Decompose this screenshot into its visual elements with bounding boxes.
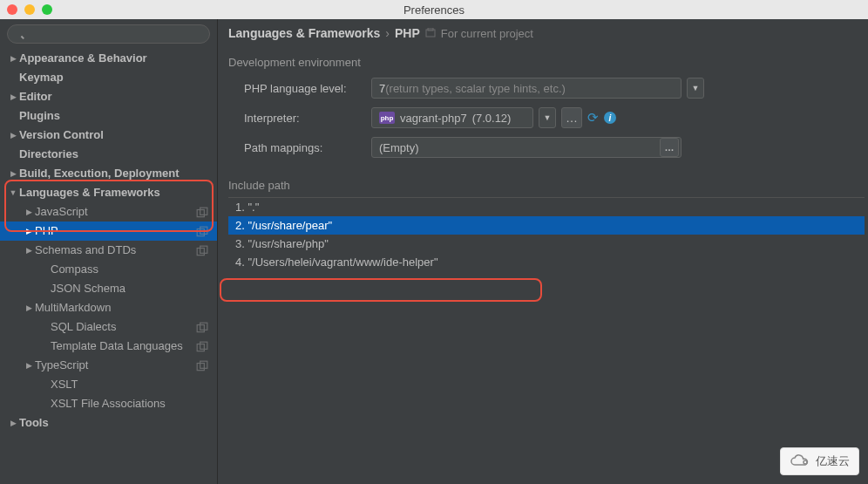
- sidebar-item-typescript[interactable]: ▶TypeScript: [0, 356, 217, 375]
- preferences-sidebar: ▶Appearance & BehaviorKeymap▶EditorPlugi…: [0, 19, 218, 484]
- sidebar-item-build-execution-deployment[interactable]: ▶Build, Execution, Deployment: [0, 164, 217, 183]
- chevron-right-icon[interactable]: ▶: [7, 89, 19, 105]
- sidebar-item-label: Plugins: [19, 108, 212, 124]
- sidebar-item-label: Schemas and DTDs: [35, 242, 196, 258]
- sidebar-item-label: XSLT: [51, 377, 212, 392]
- sidebar-item-javascript[interactable]: ▶JavaScript: [0, 202, 217, 222]
- minimize-icon[interactable]: [24, 4, 35, 15]
- breadcrumb: Languages & Frameworks › PHP For current…: [228, 26, 868, 51]
- interpreter-select[interactable]: php vagrant-php7 (7.0.12): [371, 107, 533, 128]
- sidebar-item-xslt[interactable]: XSLT: [0, 375, 217, 394]
- close-icon[interactable]: [7, 4, 17, 15]
- row-interpreter: Interpreter: php vagrant-php7 (7.0.12) ▼…: [244, 107, 868, 128]
- sidebar-item-compass[interactable]: Compass: [0, 260, 217, 279]
- sidebar-item-label: XSLT File Associations: [51, 396, 212, 412]
- chevron-right-icon[interactable]: ▶: [23, 204, 35, 220]
- sidebar-item-label: Tools: [19, 415, 212, 431]
- titlebar: Preferences: [0, 0, 868, 19]
- chevron-right-icon[interactable]: ▶: [23, 223, 35, 239]
- php-language-level-label: PHP language level:: [244, 82, 366, 95]
- include-path-item[interactable]: 2. "/usr/share/pear": [228, 216, 865, 235]
- row-php-language-level: PHP language level: 7 (return types, sca…: [244, 78, 868, 99]
- sidebar-item-label: Keymap: [19, 70, 212, 85]
- sidebar-item-label: Appearance & Behavior: [19, 51, 212, 66]
- sidebar-item-label: Template Data Languages: [51, 338, 196, 354]
- chevron-right-icon[interactable]: ▶: [23, 242, 35, 258]
- project-scope-icon: [196, 207, 208, 217]
- sidebar-item-json-schema[interactable]: JSON Schema: [0, 279, 217, 298]
- chevron-right-icon[interactable]: ▶: [7, 127, 19, 143]
- chevron-right-icon[interactable]: ▶: [23, 300, 35, 316]
- project-scope-icon: [196, 360, 208, 371]
- breadcrumb-child: PHP: [395, 26, 420, 40]
- section-include-path: Include path: [228, 167, 865, 198]
- window-title: Preferences: [403, 3, 465, 17]
- path-mappings-field[interactable]: (Empty) …: [371, 137, 682, 158]
- php-language-level-select[interactable]: 7 (return types, scalar type hints, etc.…: [371, 78, 682, 99]
- sidebar-item-xslt-file-associations[interactable]: XSLT File Associations: [0, 394, 217, 413]
- settings-main-panel: Languages & Frameworks › PHP For current…: [218, 19, 868, 484]
- chevron-right-icon[interactable]: ▶: [7, 51, 19, 66]
- sidebar-item-label: JSON Schema: [51, 281, 212, 297]
- sidebar-item-label: MultiMarkdown: [35, 300, 212, 316]
- sidebar-item-tools[interactable]: ▶Tools: [0, 413, 217, 433]
- section-dev-env: Development environment: [228, 51, 868, 78]
- window-controls: [7, 4, 52, 15]
- interpreter-label: Interpreter:: [244, 112, 366, 125]
- path-mappings-label: Path mappings:: [244, 141, 366, 154]
- sidebar-item-schemas-and-dtds[interactable]: ▶Schemas and DTDs: [0, 241, 217, 260]
- project-scope-icon: [196, 322, 208, 332]
- breadcrumb-scope: For current project: [441, 27, 533, 40]
- refresh-icon[interactable]: ⟳: [587, 110, 599, 126]
- project-scope-icon: [196, 341, 208, 351]
- sidebar-item-directories[interactable]: Directories: [0, 145, 217, 164]
- sidebar-item-template-data-languages[interactable]: Template Data Languages: [0, 337, 217, 356]
- sidebar-item-appearance-behavior[interactable]: ▶Appearance & Behavior: [0, 49, 217, 68]
- include-path-item[interactable]: 1. ".": [228, 198, 865, 216]
- sidebar-item-sql-dialects[interactable]: SQL Dialects: [0, 317, 217, 337]
- sidebar-item-languages-frameworks[interactable]: ▼Languages & Frameworks: [0, 183, 217, 202]
- chevron-right-icon[interactable]: ▶: [7, 415, 19, 431]
- chevron-right-icon[interactable]: ▶: [23, 358, 35, 373]
- sidebar-item-label: PHP: [35, 223, 196, 239]
- sidebar-item-label: SQL Dialects: [51, 319, 196, 335]
- interpreter-browse-button[interactable]: …: [561, 107, 582, 128]
- include-path-list: 1. "."2. "/usr/share/pear"3. "/usr/share…: [228, 198, 865, 271]
- include-path-item[interactable]: 4. "/Users/helei/vagrant/www/ide-helper": [228, 253, 865, 271]
- row-path-mappings: Path mappings: (Empty) …: [244, 137, 868, 158]
- sidebar-item-label: Version Control: [19, 127, 212, 143]
- sidebar-item-label: Directories: [19, 147, 212, 162]
- sidebar-item-label: Editor: [19, 89, 212, 105]
- path-mappings-browse-button[interactable]: …: [660, 138, 679, 157]
- info-icon[interactable]: i: [604, 112, 616, 124]
- sidebar-item-label: TypeScript: [35, 358, 196, 373]
- chevron-down-icon[interactable]: ▼: [7, 185, 19, 201]
- breadcrumb-root[interactable]: Languages & Frameworks: [228, 26, 380, 40]
- annotation-highlight: [220, 278, 542, 302]
- sidebar-item-label: JavaScript: [35, 204, 196, 220]
- sidebar-item-keymap[interactable]: Keymap: [0, 68, 217, 87]
- svg-point-14: [804, 460, 807, 464]
- sidebar-item-label: Compass: [51, 262, 212, 277]
- sidebar-item-multimarkdown[interactable]: ▶MultiMarkdown: [0, 298, 217, 317]
- include-path-item[interactable]: 3. "/usr/share/php": [228, 235, 865, 253]
- project-scope-icon: [196, 245, 208, 256]
- sidebar-item-editor[interactable]: ▶Editor: [0, 87, 217, 106]
- sidebar-item-plugins[interactable]: Plugins: [0, 106, 217, 126]
- dropdown-arrow-icon[interactable]: ▼: [539, 107, 556, 128]
- zoom-icon[interactable]: [42, 4, 52, 15]
- cloud-icon: [790, 454, 810, 468]
- search-input[interactable]: [7, 24, 210, 44]
- sidebar-item-version-control[interactable]: ▶Version Control: [0, 126, 217, 145]
- sidebar-item-label: Build, Execution, Deployment: [19, 166, 212, 181]
- sidebar-item-label: Languages & Frameworks: [19, 185, 212, 201]
- project-scope-icon: [425, 28, 436, 38]
- dropdown-arrow-icon[interactable]: ▼: [687, 78, 704, 99]
- watermark: 亿速云: [780, 447, 859, 475]
- project-scope-icon: [196, 226, 208, 236]
- sidebar-item-php[interactable]: ▶PHP: [0, 222, 217, 241]
- search-icon: [7, 24, 210, 44]
- chevron-right-icon[interactable]: ▶: [7, 166, 19, 181]
- php-badge-icon: php: [379, 112, 395, 124]
- settings-tree: ▶Appearance & BehaviorKeymap▶EditorPlugi…: [0, 49, 217, 433]
